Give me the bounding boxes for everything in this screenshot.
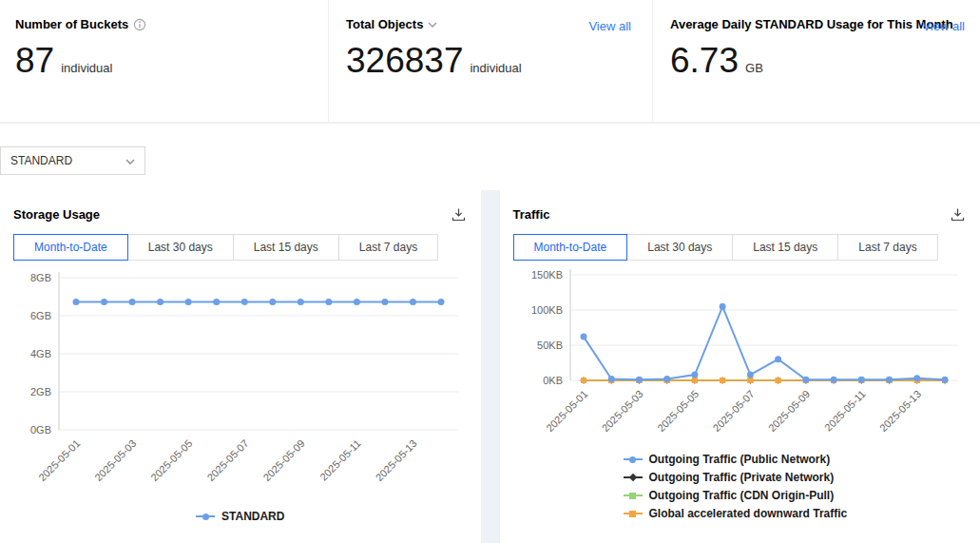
traffic-card: Traffic Month-to-Date Last 30 days Last … bbox=[500, 190, 980, 543]
stats-band: Number of Buckets 87 individual Total Ob… bbox=[0, 0, 980, 122]
usage-value: 6.73 bbox=[670, 43, 739, 78]
storage-class-select-value: STANDARD bbox=[10, 154, 72, 167]
objects-value: 326837 bbox=[346, 43, 463, 78]
svg-text:2025-05-13: 2025-05-13 bbox=[876, 388, 922, 434]
storage-usage-tabs: Month-to-Date Last 30 days Last 15 days … bbox=[13, 234, 468, 261]
legend-label: Outgoing Traffic (Public Network) bbox=[649, 453, 831, 466]
objects-title: Total Objects bbox=[346, 17, 423, 31]
buckets-title: Number of Buckets bbox=[15, 17, 128, 31]
svg-text:150KB: 150KB bbox=[530, 269, 562, 281]
svg-text:2025-05-01: 2025-05-01 bbox=[544, 388, 589, 434]
svg-text:2025-05-05: 2025-05-05 bbox=[148, 437, 194, 483]
legend-marker-square bbox=[624, 509, 643, 518]
legend-label: Outgoing Traffic (CDN Origin-Pull) bbox=[649, 489, 835, 502]
legend-item-global-accelerated[interactable]: Global accelerated downward Traffic bbox=[624, 507, 968, 520]
svg-text:2025-05-03: 2025-05-03 bbox=[92, 437, 138, 483]
traffic-tabs: Month-to-Date Last 30 days Last 15 days … bbox=[513, 234, 968, 261]
svg-text:0GB: 0GB bbox=[30, 424, 51, 436]
filter-row: STANDARD bbox=[0, 124, 980, 190]
svg-text:2025-05-09: 2025-05-09 bbox=[260, 437, 306, 483]
traffic-title: Traffic bbox=[513, 207, 550, 222]
legend-label: Global accelerated downward Traffic bbox=[649, 507, 848, 520]
svg-text:6GB: 6GB bbox=[30, 310, 51, 321]
legend-item-standard[interactable]: STANDARD bbox=[196, 510, 284, 523]
svg-text:2025-05-07: 2025-05-07 bbox=[204, 437, 250, 483]
usage-unit: GB bbox=[745, 61, 763, 75]
svg-text:2025-05-05: 2025-05-05 bbox=[655, 388, 701, 434]
tab-last-15-days[interactable]: Last 15 days bbox=[732, 234, 838, 261]
svg-text:2025-05-13: 2025-05-13 bbox=[374, 437, 419, 483]
svg-text:2025-05-09: 2025-05-09 bbox=[765, 388, 811, 434]
legend-marker-diamond bbox=[624, 473, 643, 482]
stat-card-buckets: Number of Buckets 87 individual bbox=[0, 0, 328, 122]
svg-text:2025-05-03: 2025-05-03 bbox=[599, 388, 644, 434]
stat-card-objects: Total Objects View all 326837 individual bbox=[328, 0, 652, 122]
legend-label: STANDARD bbox=[221, 510, 284, 523]
legend-item-private-network[interactable]: Outgoing Traffic (Private Network) bbox=[624, 471, 968, 484]
download-icon[interactable] bbox=[450, 205, 468, 223]
tab-last-30-days[interactable]: Last 30 days bbox=[626, 234, 733, 261]
usage-view-all-link[interactable]: View all bbox=[922, 19, 965, 33]
traffic-legend: Outgoing Traffic (Public Network) Outgoi… bbox=[624, 453, 968, 520]
objects-view-all-link[interactable]: View all bbox=[588, 19, 631, 33]
legend-marker-circle bbox=[196, 512, 215, 521]
svg-text:4GB: 4GB bbox=[30, 348, 51, 359]
svg-text:2GB: 2GB bbox=[30, 386, 51, 398]
usage-title: Average Daily STANDARD Usage for This Mo… bbox=[670, 17, 953, 31]
select-chevron-down-icon bbox=[125, 154, 135, 167]
tab-month-to-date[interactable]: Month-to-Date bbox=[513, 234, 628, 261]
legend-item-public-network[interactable]: Outgoing Traffic (Public Network) bbox=[624, 453, 968, 466]
svg-text:2025-05-01: 2025-05-01 bbox=[36, 437, 82, 483]
storage-usage-chart: 0GB2GB4GB6GB8GB2025-05-012025-05-032025-… bbox=[13, 266, 467, 510]
storage-usage-card: Storage Usage Month-to-Date Last 30 days… bbox=[0, 190, 481, 543]
svg-text:2025-05-11: 2025-05-11 bbox=[822, 388, 868, 434]
tab-last-7-days[interactable]: Last 7 days bbox=[837, 234, 937, 261]
info-icon[interactable] bbox=[133, 18, 146, 31]
svg-text:2025-05-11: 2025-05-11 bbox=[317, 437, 363, 483]
objects-unit: individual bbox=[470, 61, 521, 75]
tab-last-30-days[interactable]: Last 30 days bbox=[127, 234, 234, 261]
legend-item-cdn-origin-pull[interactable]: Outgoing Traffic (CDN Origin-Pull) bbox=[624, 489, 968, 502]
cos-dashboard: Number of Buckets 87 individual Total Ob… bbox=[0, 0, 980, 543]
storage-class-select[interactable]: STANDARD bbox=[0, 146, 145, 175]
buckets-unit: individual bbox=[61, 61, 112, 75]
tab-last-15-days[interactable]: Last 15 days bbox=[233, 234, 339, 261]
download-icon[interactable] bbox=[949, 205, 967, 223]
legend-marker-square bbox=[624, 491, 643, 500]
svg-text:100KB: 100KB bbox=[530, 304, 562, 316]
storage-usage-legend: STANDARD bbox=[13, 510, 468, 523]
legend-label: Outgoing Traffic (Private Network) bbox=[649, 471, 835, 484]
buckets-value: 87 bbox=[15, 43, 54, 78]
tab-month-to-date[interactable]: Month-to-Date bbox=[13, 234, 128, 261]
svg-text:0KB: 0KB bbox=[543, 375, 563, 386]
stat-card-usage: Average Daily STANDARD Usage for This Mo… bbox=[652, 0, 980, 122]
traffic-chart: 0KB50KB100KB150KB2025-05-012025-05-03202… bbox=[513, 266, 967, 447]
charts-row: Storage Usage Month-to-Date Last 30 days… bbox=[0, 190, 980, 543]
chevron-down-icon[interactable] bbox=[428, 22, 437, 28]
svg-text:2025-05-07: 2025-05-07 bbox=[710, 388, 756, 434]
svg-text:50KB: 50KB bbox=[537, 339, 563, 351]
svg-text:8GB: 8GB bbox=[30, 272, 51, 283]
legend-marker-circle bbox=[624, 455, 643, 464]
tab-last-7-days[interactable]: Last 7 days bbox=[338, 234, 438, 261]
storage-usage-title: Storage Usage bbox=[13, 207, 100, 222]
